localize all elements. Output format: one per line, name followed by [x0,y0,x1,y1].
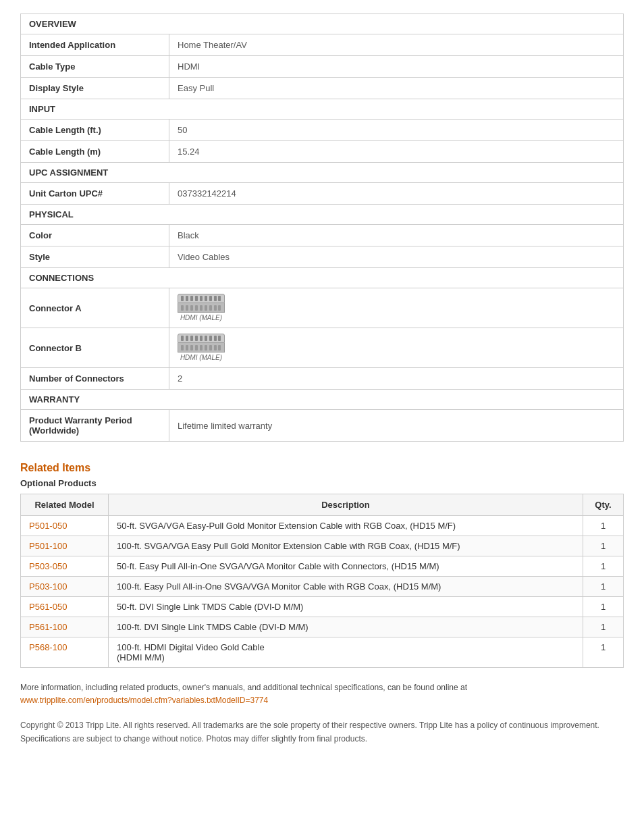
spec-label: Intended Application [21,34,169,56]
optional-products-label: Optional Products [20,478,624,488]
section-header-row: PHYSICAL [21,205,624,225]
related-row: P568-100100-ft. HDMI Digital Video Gold … [21,637,624,668]
section-header-label: UPC ASSIGNMENT [21,163,624,183]
section-header-label: OVERVIEW [21,14,624,34]
related-description: 50-ft. Easy Pull All-in-One SVGA/VGA Mon… [109,556,583,577]
spec-label: Unit Carton UPC# [21,183,169,205]
model-link[interactable]: P568-100 [29,642,67,652]
spec-label: Display Style [21,78,169,99]
copyright-text: Copyright © 2013 Tripp Lite. All rights … [20,719,624,745]
spec-row: Cable Length (ft.)50 [21,120,624,141]
related-model[interactable]: P503-100 [21,577,109,597]
related-description: 50-ft. DVI Single Link TMDS Cable (DVI-D… [109,597,583,617]
spec-value: Lifetime limited warranty [169,410,624,442]
related-items-title: Related Items [20,462,624,474]
related-model[interactable]: P561-100 [21,617,109,637]
section-header-label: PHYSICAL [21,205,624,225]
related-row: P503-05050-ft. Easy Pull All-in-One SVGA… [21,556,624,577]
connector-image: HDMI (MALE) [178,294,225,322]
related-items-section: Related Items Optional Products Related … [20,462,624,668]
related-row: P501-05050-ft. SVGA/VGA Easy-Pull Gold M… [21,516,624,536]
spec-label: Cable Length (m) [21,141,169,163]
section-header-row: INPUT [21,99,624,120]
related-model[interactable]: P501-050 [21,516,109,536]
spec-label: Style [21,246,169,268]
related-model[interactable]: P561-050 [21,597,109,617]
spec-label: Color [21,225,169,246]
spec-value: HDMI [169,56,624,78]
spec-row: Product Warranty Period (Worldwide)Lifet… [21,410,624,442]
spec-row: Number of Connectors2 [21,368,624,390]
spec-label: Connector A [21,288,169,328]
related-qty: 1 [583,556,624,577]
spec-value: Home Theater/AV [169,34,624,56]
spec-row: Connector B HDMI (MALE) [21,328,624,368]
spec-label: Cable Length (ft.) [21,120,169,141]
related-model[interactable]: P568-100 [21,637,109,668]
related-model[interactable]: P501-100 [21,536,109,556]
section-header-row: UPC ASSIGNMENT [21,163,624,183]
model-link[interactable]: P501-050 [29,521,67,531]
spec-label: Number of Connectors [21,368,169,390]
spec-label: Connector B [21,328,169,368]
col-description: Description [109,494,583,516]
spec-row: Connector A HDMI (MALE) [21,288,624,328]
section-header-row: CONNECTIONS [21,268,624,288]
spec-row: Display StyleEasy Pull [21,78,624,99]
col-model: Related Model [21,494,109,516]
spec-row: Cable TypeHDMI [21,56,624,78]
spec-value: Black [169,225,624,246]
connector-label: HDMI (MALE) [178,314,225,321]
related-row: P561-05050-ft. DVI Single Link TMDS Cabl… [21,597,624,617]
hdmi-connector: HDMI (MALE) [178,334,225,361]
model-link[interactable]: P561-050 [29,602,67,612]
spec-row: Cable Length (m)15.24 [21,141,624,163]
spec-value: Video Cables [169,246,624,268]
specs-table: OVERVIEWIntended ApplicationHome Theater… [20,14,624,442]
related-row: P501-100100-ft. SVGA/VGA Easy Pull Gold … [21,536,624,556]
spec-row: Unit Carton UPC#037332142214 [21,183,624,205]
related-row: P561-100100-ft. DVI Single Link TMDS Cab… [21,617,624,637]
spec-value: 037332142214 [169,183,624,205]
related-description: 100-ft. HDMI Digital Video Gold Cable (H… [109,637,583,668]
related-qty: 1 [583,577,624,597]
spec-value: HDMI (MALE) [169,328,624,368]
related-description: 100-ft. SVGA/VGA Easy Pull Gold Monitor … [109,536,583,556]
related-qty: 1 [583,637,624,668]
related-model[interactable]: P503-050 [21,556,109,577]
connector-label: HDMI (MALE) [178,354,225,361]
footer-info: More information, including related prod… [20,681,624,707]
related-qty: 1 [583,597,624,617]
section-header-label: INPUT [21,99,624,120]
footer-info-text: More information, including related prod… [20,683,467,692]
hdmi-connector: HDMI (MALE) [178,294,225,321]
related-description: 100-ft. DVI Single Link TMDS Cable (DVI-… [109,617,583,637]
spec-value: HDMI (MALE) [169,288,624,328]
connector-image: HDMI (MALE) [178,334,225,362]
col-qty: Qty. [583,494,624,516]
model-link[interactable]: P503-050 [29,561,67,571]
related-description: 50-ft. SVGA/VGA Easy-Pull Gold Monitor E… [109,516,583,536]
spec-row: StyleVideo Cables [21,246,624,268]
related-row: P503-100100-ft. Easy Pull All-in-One SVG… [21,577,624,597]
spec-value: 15.24 [169,141,624,163]
related-description: 100-ft. Easy Pull All-in-One SVGA/VGA Mo… [109,577,583,597]
spec-value: Easy Pull [169,78,624,99]
related-qty: 1 [583,536,624,556]
spec-row: Intended ApplicationHome Theater/AV [21,34,624,56]
spec-value: 2 [169,368,624,390]
related-qty: 1 [583,617,624,637]
model-link[interactable]: P561-100 [29,622,67,632]
model-link[interactable]: P501-100 [29,541,67,551]
section-header-label: WARRANTY [21,390,624,410]
section-header-label: CONNECTIONS [21,268,624,288]
related-qty: 1 [583,516,624,536]
section-header-row: WARRANTY [21,390,624,410]
spec-label: Cable Type [21,56,169,78]
section-header-row: OVERVIEW [21,14,624,34]
related-table: Related Model Description Qty. P501-0505… [20,494,624,668]
footer-info-link[interactable]: www.tripplite.com/en/products/model.cfm?… [20,696,268,705]
spec-row: ColorBlack [21,225,624,246]
model-link[interactable]: P503-100 [29,581,67,592]
spec-value: 50 [169,120,624,141]
